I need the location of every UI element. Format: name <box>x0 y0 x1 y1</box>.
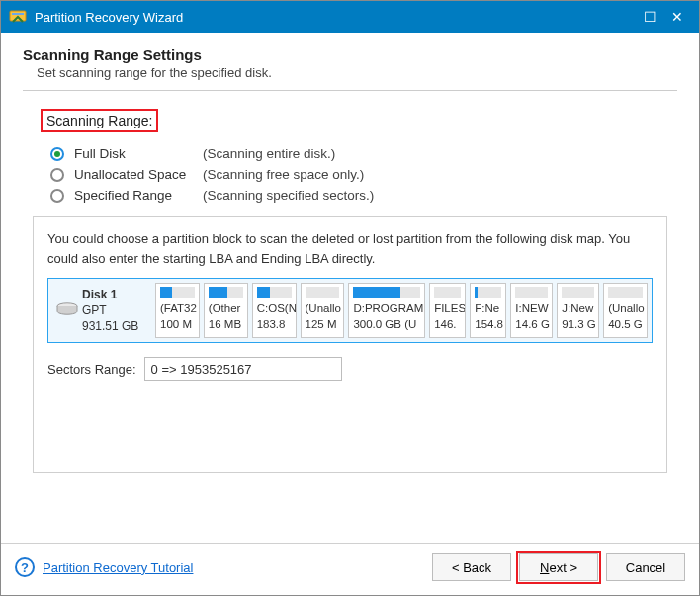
scanning-range-heading: Scanning Range: <box>41 109 158 132</box>
window-title: Partition Recovery Wizard <box>35 10 636 25</box>
partition-label: (Other <box>209 301 243 317</box>
partition-size: 100 M <box>160 317 195 333</box>
radio-icon <box>50 147 64 161</box>
app-icon <box>9 8 27 26</box>
radio-specified[interactable]: Specified Range (Scanning specified sect… <box>50 188 677 203</box>
page-subtitle: Set scanning range for the specified dis… <box>37 65 677 80</box>
disk-panel: You could choose a partition block to sc… <box>33 216 667 473</box>
partition-size: 91.3 G <box>562 317 594 333</box>
next-button[interactable]: Next > <box>519 553 598 581</box>
partition-block[interactable]: D:PROGRAM300.0 GB (U <box>348 283 425 338</box>
partition-label: FILES <box>434 301 461 317</box>
partition-block[interactable]: (FAT32100 M <box>155 283 200 338</box>
partition-block[interactable]: (Other16 MB <box>204 283 248 338</box>
partition-block[interactable]: (Unallo125 M <box>301 283 345 338</box>
partition-block[interactable]: (Unallo40.5 G <box>603 283 648 338</box>
partition-block[interactable]: C:OS(N183.8 <box>252 283 297 338</box>
back-button[interactable]: < Back <box>432 553 511 581</box>
partition-size: 14.6 G <box>515 317 548 333</box>
partition-container: (FAT32100 M(Other16 MBC:OS(N183.8(Unallo… <box>151 283 648 338</box>
partition-label: (Unallo <box>608 301 643 317</box>
partition-size: 125 M <box>306 317 340 333</box>
hard-drive-icon <box>56 302 78 338</box>
page-title: Scanning Range Settings <box>23 46 677 63</box>
sectors-input[interactable] <box>144 357 342 381</box>
content-area: Scanning Range Settings Set scanning ran… <box>1 33 699 543</box>
radio-icon <box>50 168 64 182</box>
radio-full-disk[interactable]: Full Disk (Scanning entire disk.) <box>50 146 677 161</box>
radio-label: Full Disk <box>74 146 203 161</box>
disk-name: Disk 1 <box>82 288 117 301</box>
partition-size: 183.8 <box>257 317 292 333</box>
partition-size: 300.0 GB (U <box>353 317 420 333</box>
radio-label: Unallocated Space <box>74 167 203 182</box>
sectors-label: Sectors Range: <box>47 362 136 377</box>
tutorial-link[interactable]: Partition Recovery Tutorial <box>43 560 193 575</box>
close-button[interactable]: ✕ <box>663 9 691 25</box>
radio-desc: (Scanning specified sectors.) <box>203 188 374 203</box>
cancel-button[interactable]: Cancel <box>606 553 685 581</box>
partition-block[interactable]: I:NEW14.6 G <box>510 283 553 338</box>
partition-size: 40.5 G <box>608 317 643 333</box>
svg-rect-1 <box>12 13 24 15</box>
partition-size: 146. <box>434 317 461 333</box>
divider <box>23 90 677 91</box>
radio-desc: (Scanning entire disk.) <box>203 146 335 161</box>
radio-label: Specified Range <box>74 188 203 203</box>
partition-size: 16 MB <box>209 317 243 333</box>
disk-info[interactable]: Disk 1 GPT 931.51 GB <box>52 283 151 338</box>
partition-label: (FAT32 <box>160 301 195 317</box>
disk-size: 931.51 GB <box>82 319 138 333</box>
wizard-window: Partition Recovery Wizard ☐ ✕ Scanning R… <box>0 0 700 596</box>
partition-label: J:New <box>562 301 594 317</box>
radio-icon <box>50 189 64 203</box>
partition-block[interactable]: FILES146. <box>429 283 466 338</box>
titlebar: Partition Recovery Wizard ☐ ✕ <box>1 1 699 33</box>
partition-size: 154.8 <box>475 317 501 333</box>
help-icon[interactable]: ? <box>15 557 35 577</box>
partition-label: D:PROGRAM <box>353 301 420 317</box>
disk-map: Disk 1 GPT 931.51 GB (FAT32100 M(Other16… <box>47 278 653 343</box>
radio-desc: (Scanning free space only.) <box>203 167 364 182</box>
partition-block[interactable]: F:Ne154.8 <box>470 283 506 338</box>
partition-label: F:Ne <box>475 301 501 317</box>
footer: ? Partition Recovery Tutorial < Back Nex… <box>1 543 699 595</box>
partition-label: C:OS(N <box>257 301 292 317</box>
sectors-range-row: Sectors Range: <box>47 357 653 381</box>
panel-description: You could choose a partition block to sc… <box>47 229 653 268</box>
radio-unallocated[interactable]: Unallocated Space (Scanning free space o… <box>50 167 677 182</box>
partition-block[interactable]: J:New91.3 G <box>557 283 599 338</box>
partition-label: I:NEW <box>515 301 548 317</box>
disk-type: GPT <box>82 303 107 317</box>
maximize-button[interactable]: ☐ <box>636 9 663 25</box>
partition-label: (Unallo <box>306 301 340 317</box>
